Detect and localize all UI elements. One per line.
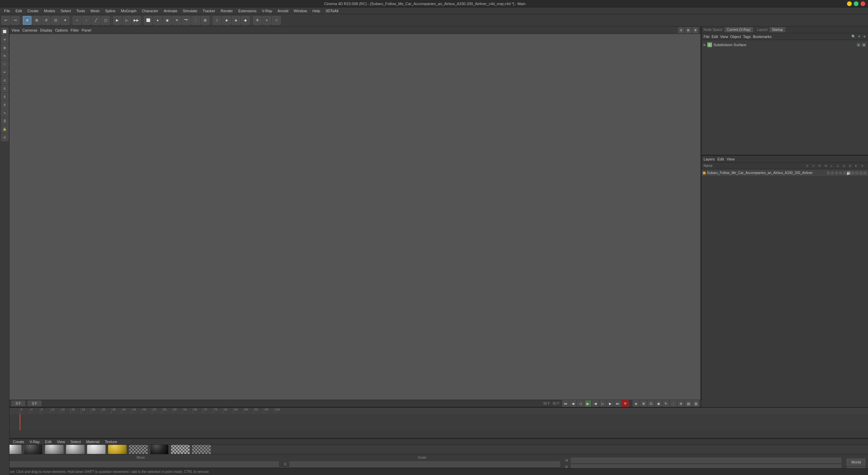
material-6[interactable]: Subaru_ xyxy=(129,445,148,454)
toolbar-render-btn[interactable]: ▶ xyxy=(113,16,122,25)
obj-tab-tags[interactable]: Tags xyxy=(743,35,751,39)
layer-ctrl-anim[interactable]: ▶ xyxy=(847,171,850,175)
menu-modes[interactable]: Modes xyxy=(41,8,58,14)
btn-view[interactable]: View xyxy=(56,439,66,444)
menu-create[interactable]: Create xyxy=(25,8,41,14)
toolbar-object-mode[interactable]: ○ xyxy=(73,16,81,25)
toolbar-generator[interactable]: ⊞ xyxy=(201,16,210,25)
menu-edit[interactable]: Edit xyxy=(13,8,25,14)
btn-create[interactable]: Create xyxy=(12,439,25,444)
toolbar-nurbs[interactable]: ◉ xyxy=(163,16,172,25)
transport-next-key[interactable]: ▷ xyxy=(599,400,606,407)
node-space-value[interactable]: Current (V-Ray) xyxy=(725,27,753,32)
vp-frame-all[interactable]: ⊡ xyxy=(678,27,684,33)
menu-file[interactable]: File xyxy=(1,8,13,14)
menu-3dtoall[interactable]: 3DToAll xyxy=(323,8,341,14)
toolbar-display-3[interactable]: ◈ xyxy=(232,16,240,25)
toolbar-axis[interactable]: ⌖ xyxy=(262,16,271,25)
obj-tab-file[interactable]: File xyxy=(704,35,710,39)
playback-opt9[interactable]: ▥ xyxy=(692,400,699,407)
rot-h-input[interactable] xyxy=(571,458,842,463)
transport-play[interactable]: ▶ xyxy=(585,400,591,407)
tool-lock[interactable]: 🔒 xyxy=(1,126,8,133)
menu-simulate[interactable]: Simulate xyxy=(180,8,200,14)
menu-vray[interactable]: V-Ray xyxy=(259,8,275,14)
vp-menu-options[interactable]: Options xyxy=(55,28,68,32)
toolbar-camera[interactable]: 📷 xyxy=(182,16,191,25)
menu-render[interactable]: Render xyxy=(218,8,236,14)
tool-pen[interactable]: ✏ xyxy=(1,69,8,76)
toolbar-undo[interactable]: ↩ xyxy=(1,16,10,25)
material-5[interactable]: Subaru_ xyxy=(108,445,127,454)
toolbar-scale[interactable]: ⊞ xyxy=(32,16,41,25)
toolbar-transform[interactable]: ⊡ xyxy=(51,16,60,25)
end-frame-input[interactable] xyxy=(28,401,41,406)
close-button[interactable] xyxy=(861,1,865,6)
toolbar-display-2[interactable]: ■ xyxy=(222,16,231,25)
timeline-content[interactable] xyxy=(9,414,868,430)
tool-curve[interactable]: ∿ xyxy=(1,109,8,117)
vp-menu-cameras[interactable]: Cameras xyxy=(22,28,38,32)
material-2[interactable]: Airbus_A xyxy=(45,445,64,454)
tool-s3[interactable]: S xyxy=(1,101,8,109)
toolbar-render-region[interactable]: ▷ xyxy=(122,16,131,25)
vp-menu-view[interactable]: View xyxy=(12,28,20,32)
star-icon[interactable]: ★ xyxy=(863,35,866,38)
viewport-main[interactable]: View Cameras Display Options Filter Pane… xyxy=(9,26,701,407)
toolbar-light[interactable]: ☀ xyxy=(172,16,181,25)
playback-opt8[interactable]: ▤ xyxy=(685,400,692,407)
tool-extra[interactable]: ⊙ xyxy=(1,134,8,141)
material-8[interactable]: Subaru_ xyxy=(171,445,190,454)
toolbar-point-mode[interactable]: ◦ xyxy=(82,16,91,25)
playback-opt3[interactable]: ⊡ xyxy=(648,400,654,407)
layer-ctrl-extra3[interactable] xyxy=(859,171,863,175)
menu-character[interactable]: Character xyxy=(139,8,161,14)
toolbar-ref[interactable]: ☆ xyxy=(272,16,281,25)
tool-s2[interactable]: S xyxy=(1,93,8,100)
tool-rotate[interactable]: ↻ xyxy=(1,52,8,60)
playback-opt1[interactable]: ◈ xyxy=(633,400,639,407)
toolbar-display-4[interactable]: ◆ xyxy=(241,16,250,25)
menu-help[interactable]: Help xyxy=(310,8,323,14)
tool-live[interactable]: ⊙ xyxy=(1,77,8,84)
transport-play-rev[interactable]: ◀ xyxy=(592,400,599,407)
layer-ctrl-extra[interactable] xyxy=(851,171,854,175)
vp-menu-filter[interactable]: Filter xyxy=(71,28,79,32)
material-1[interactable]: Airbus_A xyxy=(24,445,43,454)
tool-selection[interactable]: ⬜ xyxy=(1,28,8,35)
transport-prev-key[interactable]: ◁ xyxy=(577,400,584,407)
subdivision-surface-item[interactable]: ▶ S Subdivision Surface ● ■ xyxy=(704,41,866,48)
tool-layers[interactable]: ☰ xyxy=(1,117,8,125)
toolbar-poly-mode[interactable]: ▢ xyxy=(101,16,110,25)
vp-menu-display[interactable]: Display xyxy=(40,28,52,32)
material-3[interactable]: Airbus_A xyxy=(66,445,85,454)
layers-tab-view[interactable]: View xyxy=(727,157,735,161)
menu-mesh[interactable]: Mesh xyxy=(88,8,102,14)
layer-ctrl-r[interactable] xyxy=(835,171,838,175)
timeline-ruler[interactable]: 0 4 8 12 16 20 24 28 32 36 40 44 48 52 5… xyxy=(9,408,868,414)
vp-menu-panel[interactable]: Panel xyxy=(82,28,91,32)
transport-end[interactable]: ⏭ xyxy=(614,400,621,407)
transport-start[interactable]: ⏮ xyxy=(562,400,569,407)
btn-material[interactable]: Material xyxy=(85,439,101,444)
btn-select[interactable]: Select xyxy=(69,439,82,444)
toolbar-sphere[interactable]: ● xyxy=(153,16,162,25)
playback-opt5[interactable]: ↻ xyxy=(663,400,669,407)
toolbar-rotate[interactable]: ↺ xyxy=(42,16,51,25)
layout-value[interactable]: Startup xyxy=(770,27,785,32)
layer-ctrl-extra2[interactable] xyxy=(855,171,859,175)
obj-tab-object[interactable]: Object xyxy=(730,35,741,39)
material-9[interactable]: Subaru_ xyxy=(192,445,211,454)
toolbar-snap[interactable]: ✣ xyxy=(253,16,262,25)
toolbar-display-1[interactable]: □ xyxy=(213,16,221,25)
toolbar-select-all[interactable]: ✦ xyxy=(61,16,70,25)
layer-ctrl-s[interactable] xyxy=(827,171,830,175)
menu-window[interactable]: Window xyxy=(291,8,310,14)
vp-settings[interactable]: ⚙ xyxy=(692,27,698,33)
transport-next-frame[interactable]: ▶ xyxy=(607,400,614,407)
world-button[interactable]: World xyxy=(847,459,865,466)
menu-mograph[interactable]: MoGraph xyxy=(118,8,139,14)
obj-tab-bookmarks[interactable]: Bookmarks xyxy=(753,35,771,39)
toolbar-deformer[interactable]: ⋮ xyxy=(191,16,200,25)
menu-extensions[interactable]: Extensions xyxy=(236,8,259,14)
